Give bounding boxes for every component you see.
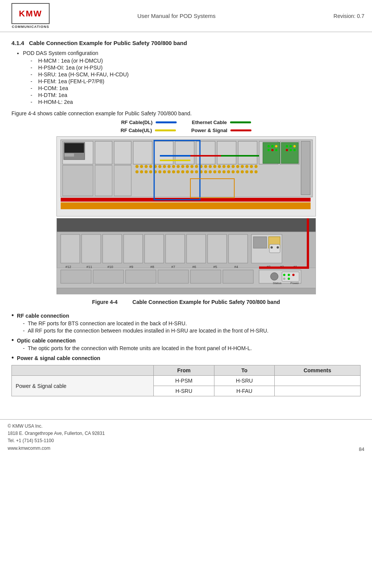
svg-rect-135: [223, 270, 253, 283]
legend-row-1: RF Cable(DL) Ethernet Cable: [121, 120, 251, 125]
svg-rect-134: [190, 270, 221, 283]
config-sub-list: -H-MCM : 1ea (or H-DMCU) -H-PSM-OI: 1ea …: [31, 58, 361, 105]
svg-point-40: [241, 165, 244, 168]
svg-point-35: [218, 165, 221, 168]
svg-point-46: [145, 170, 148, 173]
svg-point-44: [135, 170, 138, 173]
svg-point-63: [222, 170, 225, 173]
figure-legend: RF Cable(DL) Ethernet Cable RF Cable(UL)…: [11, 120, 361, 133]
svg-point-29: [190, 165, 193, 168]
config-item-5: -H-COM: 1ea: [31, 85, 361, 91]
section-title: 4.1.4 Cable Connection Example for Publi…: [11, 40, 361, 46]
svg-point-25: [172, 165, 175, 168]
svg-point-51: [167, 170, 171, 173]
diagram-bottom-svg: #12 #11 #10 #9 #8 #7 #6 #5 #4 #3 #2 #1: [57, 218, 316, 294]
col-header-from: From: [153, 365, 214, 376]
config-item-7: -H-HOM-L: 2ea: [31, 99, 361, 105]
rf-bullet-label: RF cable connection: [17, 313, 69, 319]
optic-bullet-dot: •: [11, 337, 14, 344]
footer-company: © KMW USA Inc.: [8, 423, 105, 430]
table-row: Power & Signal cable H-PSM H-SRU: [12, 376, 361, 386]
config-intro: POD DAS System configuration -H-MCM : 1e…: [23, 50, 361, 105]
svg-point-55: [186, 170, 189, 173]
footer-website: www.kmwcomm.com: [8, 445, 105, 452]
rf-item-1: - The RF ports for BTS connection are lo…: [23, 320, 361, 326]
footer-address: 1818 E. Orangethrope Ave, Fullerton, CA …: [8, 430, 105, 437]
svg-point-139: [283, 274, 285, 276]
legend-rf-ul-line: [155, 129, 176, 131]
svg-point-32: [204, 165, 207, 168]
svg-rect-7: [196, 141, 215, 164]
table-header-row: From To Comments: [12, 365, 361, 376]
logo-letters: KMW: [19, 9, 42, 19]
svg-point-70: [254, 170, 258, 173]
svg-rect-74: [61, 202, 311, 209]
svg-point-22: [158, 165, 161, 168]
legend-rf-ul-label: RF Cable(UL): [121, 128, 152, 133]
svg-point-39: [236, 165, 239, 168]
svg-point-66: [236, 170, 239, 173]
svg-rect-138: [282, 272, 299, 281]
svg-point-143: [288, 278, 290, 280]
svg-rect-99: [75, 153, 84, 157]
svg-point-36: [222, 165, 225, 168]
svg-point-30: [195, 165, 198, 168]
svg-point-89: [275, 149, 277, 151]
optic-bullet-title: • Optic cable connection: [11, 338, 361, 344]
power-bullet-title: • Power & signal cable connection: [11, 355, 361, 361]
svg-rect-108: [187, 234, 206, 263]
svg-point-45: [140, 170, 143, 173]
legend-rf-dl-label: RF Cable(DL): [121, 120, 152, 125]
rf-bullet-dot: •: [11, 312, 14, 319]
svg-rect-109: [208, 234, 227, 263]
svg-point-24: [167, 165, 171, 168]
logo-box: KMW: [11, 3, 50, 24]
svg-rect-147: [259, 267, 309, 269]
svg-rect-102: [61, 234, 80, 263]
svg-point-50: [163, 170, 166, 173]
svg-point-37: [227, 165, 230, 168]
svg-point-56: [190, 170, 193, 173]
svg-point-87: [267, 149, 270, 151]
svg-point-94: [290, 149, 292, 151]
optic-item-1: - The optic ports for the connection wit…: [23, 345, 361, 351]
svg-point-57: [195, 170, 198, 173]
svg-point-27: [181, 165, 184, 168]
svg-rect-105: [124, 234, 143, 263]
figure-caption: Figure 4-4 Cable Connection Example for …: [92, 299, 280, 305]
page-header: KMW COMMUNICATIONS User Manual for POD S…: [0, 0, 372, 32]
col-header-comments: Comments: [274, 365, 360, 376]
rf-sub-list: - The RF ports for BTS connection are lo…: [23, 320, 361, 334]
svg-point-26: [177, 165, 180, 168]
svg-point-140: [288, 274, 290, 276]
svg-point-64: [227, 170, 230, 173]
svg-rect-133: [158, 270, 188, 283]
svg-rect-131: [93, 270, 124, 283]
svg-rect-8: [217, 141, 236, 164]
diagram-top: [56, 136, 316, 216]
svg-point-84: [267, 145, 270, 147]
page-footer: © KMW USA Inc. 1818 E. Orangethrope Ave,…: [0, 419, 372, 455]
footer-tel: Tel. +1 (714) 515-1100: [8, 437, 105, 444]
svg-point-23: [163, 165, 166, 168]
svg-rect-98: [64, 153, 74, 157]
table-section: From To Comments Power & Signal cable H-…: [11, 365, 361, 396]
config-item-6: -H-DTM: 1ea: [31, 92, 361, 98]
svg-point-47: [149, 170, 152, 173]
svg-rect-79: [114, 165, 131, 196]
svg-rect-78: [95, 165, 112, 196]
rf-item-2: - All RF ports for the connection betwee…: [23, 328, 361, 334]
section-number: 4.1.4: [11, 40, 24, 46]
svg-point-49: [158, 170, 161, 173]
svg-rect-12: [301, 141, 310, 195]
svg-rect-114: [269, 244, 280, 253]
svg-point-91: [290, 145, 292, 147]
svg-rect-97: [64, 143, 84, 153]
svg-point-53: [177, 170, 180, 173]
svg-point-34: [213, 165, 216, 168]
power-bullet-section: • Power & signal cable connection: [11, 355, 361, 361]
svg-point-90: [286, 145, 288, 147]
svg-point-115: [271, 246, 273, 249]
from-1: H-PSM: [153, 376, 214, 386]
from-2: H-SRU: [153, 386, 214, 396]
